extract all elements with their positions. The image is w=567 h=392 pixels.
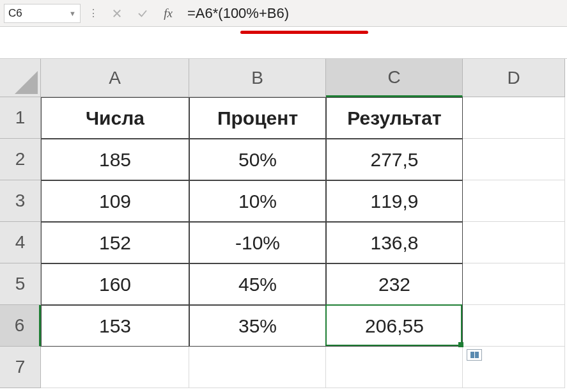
cell-C7[interactable] (326, 347, 463, 388)
fx-button[interactable]: fx (158, 4, 178, 23)
autofill-options-button[interactable] (467, 349, 482, 361)
cell-B3[interactable]: 10% (189, 180, 326, 222)
cell-C4[interactable]: 136,8 (326, 222, 463, 263)
cell-D2[interactable] (463, 139, 565, 180)
cancel-button[interactable] (107, 4, 127, 23)
row-header-1[interactable]: 1 (0, 97, 41, 139)
cell-C1[interactable]: Результат (326, 97, 463, 139)
column-header-D[interactable]: D (463, 59, 565, 97)
cell-D6[interactable] (463, 305, 565, 347)
row-header-7[interactable]: 7 (0, 347, 41, 388)
cell-D1[interactable] (463, 97, 565, 139)
formula-text: =A6*(100%+B6) (187, 5, 289, 22)
row-header-5[interactable]: 5 (0, 263, 41, 305)
cell-B7[interactable] (189, 347, 326, 388)
enter-button[interactable] (132, 4, 153, 23)
check-icon (137, 8, 148, 19)
cell-A2[interactable]: 185 (41, 139, 189, 180)
cell-B5[interactable]: 45% (189, 263, 326, 305)
cell-A6[interactable]: 153 (41, 305, 189, 347)
cell-A3[interactable]: 109 (41, 180, 189, 222)
drag-handle-icon[interactable]: ⋮ (86, 7, 102, 19)
cell-C5[interactable]: 232 (326, 263, 463, 305)
cell-D4[interactable] (463, 222, 565, 263)
chevron-down-icon: ▼ (69, 10, 76, 17)
select-all-corner[interactable] (0, 59, 41, 97)
annotation-underline (240, 31, 368, 34)
cell-D5[interactable] (463, 263, 565, 305)
name-box[interactable]: C6 ▼ (4, 4, 81, 23)
spreadsheet-grid[interactable]: ABCD1234567ЧислаПроцентРезультат18550%27… (0, 59, 567, 388)
cell-C2[interactable]: 277,5 (326, 139, 463, 180)
formula-bar: C6 ▼ ⋮ fx =A6*(100%+B6) (0, 0, 567, 27)
formula-expand-area (0, 27, 567, 59)
column-header-A[interactable]: A (41, 59, 189, 97)
cell-B2[interactable]: 50% (189, 139, 326, 180)
cell-B6[interactable]: 35% (189, 305, 326, 347)
cell-B1[interactable]: Процент (189, 97, 326, 139)
formula-input[interactable]: =A6*(100%+B6) (183, 4, 563, 23)
autofill-options-icon (470, 352, 479, 358)
row-header-3[interactable]: 3 (0, 180, 41, 222)
row-header-2[interactable]: 2 (0, 139, 41, 180)
fx-icon: fx (164, 6, 173, 20)
cell-C3[interactable]: 119,9 (326, 180, 463, 222)
cell-A5[interactable]: 160 (41, 263, 189, 305)
cell-A7[interactable] (41, 347, 189, 388)
cell-A4[interactable]: 152 (41, 222, 189, 263)
cell-A1[interactable]: Числа (41, 97, 189, 139)
row-header-4[interactable]: 4 (0, 222, 41, 263)
row-header-6[interactable]: 6 (0, 305, 41, 347)
column-header-C[interactable]: C (326, 59, 463, 97)
column-header-B[interactable]: B (189, 59, 326, 97)
cell-C6[interactable]: 206,55 (326, 305, 463, 347)
name-box-value: C6 (8, 7, 22, 20)
cell-B4[interactable]: -10% (189, 222, 326, 263)
x-icon (111, 8, 123, 19)
cell-D3[interactable] (463, 180, 565, 222)
